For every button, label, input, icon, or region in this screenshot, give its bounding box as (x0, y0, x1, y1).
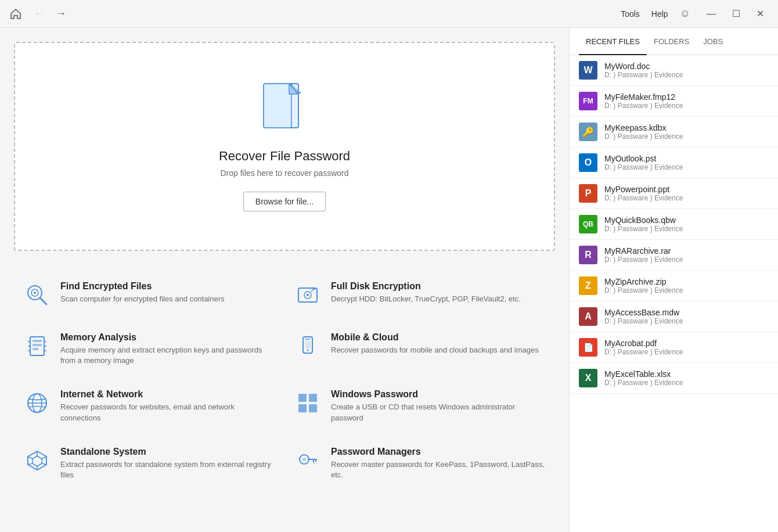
svg-rect-14 (33, 348, 38, 350)
recent-file-name: MyAccessBase.mdw (604, 308, 683, 317)
recent-file-info: MyQuickBooks.qbw D: ) Passware ) Evidenc… (604, 215, 683, 233)
recent-file-name: MyQuickBooks.qbw (604, 215, 683, 225)
smiley-icon: ☺ (680, 8, 690, 20)
recent-item[interactable]: 🔑 MyKeepass.kdbx D: ) Passware ) Evidenc… (570, 117, 778, 148)
recent-item[interactable]: W MyWord.doc D: ) Passware ) Evidence (570, 55, 778, 86)
feature-full-disk[interactable]: Full Disk Encryption Decrypt HDD: BitLoc… (284, 269, 555, 321)
standalone-system-title: Standalone System (60, 447, 275, 457)
recent-item[interactable]: P MyPowerpoint.ppt D: ) Passware ) Evide… (570, 178, 778, 209)
back-button[interactable]: ← (31, 5, 46, 22)
svg-point-39 (302, 458, 306, 461)
recent-item[interactable]: X MyExcelTable.xlsx D: ) Passware ) Evid… (570, 363, 778, 394)
feature-mobile-cloud[interactable]: Mobile & Cloud Recover passwords for mob… (284, 321, 555, 378)
recent-file-path: D: ) Passware ) Evidence (604, 348, 683, 356)
recent-item[interactable]: R MyRARarchive.rar D: ) Passware ) Evide… (570, 240, 778, 271)
file-type-icon: 📄 (579, 338, 597, 357)
recent-file-info: MyFileMaker.fmp12 D: ) Passware ) Eviden… (604, 92, 683, 110)
main-layout: Recover File Password Drop files here to… (0, 28, 778, 532)
recent-file-info: MyExcelTable.xlsx D: ) Passware ) Eviden… (604, 369, 683, 387)
feature-find-encrypted[interactable]: Find Encrypted Files Scan computer for e… (14, 269, 284, 321)
file-type-icon: X (579, 369, 597, 387)
svg-line-36 (28, 463, 33, 465)
full-disk-text: Full Disk Encryption Decrypt HDD: BitLoc… (331, 281, 521, 304)
windows-password-title: Windows Password (331, 389, 546, 400)
feature-memory-analysis[interactable]: Memory Analysis Acquire memory and extra… (14, 321, 284, 378)
full-disk-desc: Decrypt HDD: BitLocker, TrueCrypt, PGP, … (331, 294, 521, 304)
recent-file-path: D: ) Passware ) Evidence (604, 256, 683, 264)
titlebar-left: ← → (9, 5, 69, 22)
recent-item[interactable]: O MyOutlook.pst D: ) Passware ) Evidence (570, 148, 778, 178)
standalone-system-text: Standalone System Extract passwords for … (60, 447, 275, 480)
recent-file-info: MyPowerpoint.ppt D: ) Passware ) Evidenc… (604, 185, 683, 202)
tools-menu[interactable]: Tools (621, 9, 640, 19)
svg-line-9 (311, 289, 314, 292)
titlebar-right: Tools Help ☺ — ☐ ✕ (621, 6, 769, 21)
recent-file-path: D: ) Passware ) Evidence (604, 132, 683, 141)
recent-item[interactable]: 📄 MyAcrobat.pdf D: ) Passware ) Evidence (570, 332, 778, 363)
memory-analysis-icon (23, 332, 51, 360)
memory-analysis-text: Memory Analysis Acquire memory and extra… (60, 332, 275, 366)
recent-file-info: MyRARarchive.rar D: ) Passware ) Evidenc… (604, 246, 683, 264)
recent-file-path: D: ) Passware ) Evidence (604, 317, 683, 325)
feature-standalone-system[interactable]: Standalone System Extract passwords for … (14, 435, 284, 492)
file-type-icon: P (579, 184, 597, 203)
full-disk-title: Full Disk Encryption (331, 281, 521, 292)
recent-file-info: MyAccessBase.mdw D: ) Passware ) Evidenc… (604, 308, 683, 325)
internet-network-title: Internet & Network (60, 389, 275, 400)
password-managers-text: Password Managers Recover master passwor… (331, 447, 546, 480)
svg-point-10 (313, 287, 315, 290)
close-button[interactable]: ✕ (752, 6, 769, 21)
file-type-icon: Z (579, 276, 597, 295)
recent-file-name: MyFileMaker.fmp12 (604, 92, 683, 102)
recent-item[interactable]: Z MyZipArchive.zip D: ) Passware ) Evide… (570, 271, 778, 301)
recent-item[interactable]: A MyAccessBase.mdw D: ) Passware ) Evide… (570, 301, 778, 332)
nav-buttons: ← → (31, 5, 69, 22)
dropzone-subtitle: Drop files here to recover password (221, 168, 349, 178)
maximize-button[interactable]: ☐ (727, 6, 745, 21)
file-type-icon: QB (579, 215, 597, 233)
forward-button[interactable]: → (53, 5, 69, 22)
minimize-button[interactable]: — (702, 6, 721, 21)
svg-line-35 (42, 456, 46, 459)
svg-line-37 (42, 463, 46, 465)
left-panel: Recover File Password Drop files here to… (0, 28, 569, 532)
internet-network-text: Internet & Network Recover passwords for… (60, 389, 275, 423)
recent-item[interactable]: FM MyFileMaker.fmp12 D: ) Passware ) Evi… (570, 86, 778, 117)
svg-rect-28 (298, 394, 307, 402)
recent-file-name: MyKeepass.kdbx (604, 123, 683, 132)
tab-recent-files[interactable]: RECENT FILES (579, 28, 647, 55)
drop-zone[interactable]: Recover File Password Drop files here to… (14, 42, 555, 251)
svg-point-23 (307, 350, 309, 351)
svg-rect-12 (33, 340, 42, 342)
dropzone-title: Recover File Password (219, 149, 350, 164)
find-encrypted-desc: Scan computer for encrypted files and co… (60, 294, 225, 304)
recent-file-path: D: ) Passware ) Evidence (604, 286, 683, 294)
svg-point-8 (307, 294, 309, 296)
svg-point-4 (34, 292, 36, 294)
recent-file-info: MyWord.doc D: ) Passware ) Evidence (604, 62, 683, 79)
feature-windows-password[interactable]: Windows Password Create a USB or CD that… (284, 378, 555, 434)
file-type-icon: FM (579, 92, 597, 110)
tab-jobs[interactable]: JOBS (696, 28, 730, 55)
find-encrypted-icon (23, 281, 51, 309)
recent-file-path: D: ) Passware ) Evidence (604, 71, 683, 79)
recent-file-info: MyZipArchive.zip D: ) Passware ) Evidenc… (604, 277, 683, 294)
feature-internet-network[interactable]: Internet & Network Recover passwords for… (14, 378, 284, 434)
help-menu[interactable]: Help (651, 9, 668, 19)
windows-password-text: Windows Password Create a USB or CD that… (331, 389, 546, 423)
feature-password-managers[interactable]: Password Managers Recover master passwor… (284, 435, 555, 492)
windows-password-desc: Create a USB or CD that resets Windows a… (331, 402, 546, 423)
home-button[interactable] (9, 8, 22, 20)
titlebar: ← → Tools Help ☺ — ☐ ✕ (0, 0, 778, 28)
memory-analysis-title: Memory Analysis (60, 332, 275, 343)
recent-file-name: MyExcelTable.xlsx (604, 369, 683, 379)
recent-file-path: D: ) Passware ) Evidence (604, 379, 683, 387)
file-type-icon: O (579, 153, 597, 172)
mobile-cloud-title: Mobile & Cloud (331, 332, 539, 343)
recent-item[interactable]: QB MyQuickBooks.qbw D: ) Passware ) Evid… (570, 209, 778, 240)
tab-folders[interactable]: FOLDERS (647, 28, 696, 55)
recent-file-name: MyPowerpoint.ppt (604, 185, 683, 194)
password-managers-icon (294, 447, 322, 475)
feature-grid: Find Encrypted Files Scan computer for e… (14, 269, 555, 492)
browse-button[interactable]: Browse for file... (243, 192, 326, 211)
